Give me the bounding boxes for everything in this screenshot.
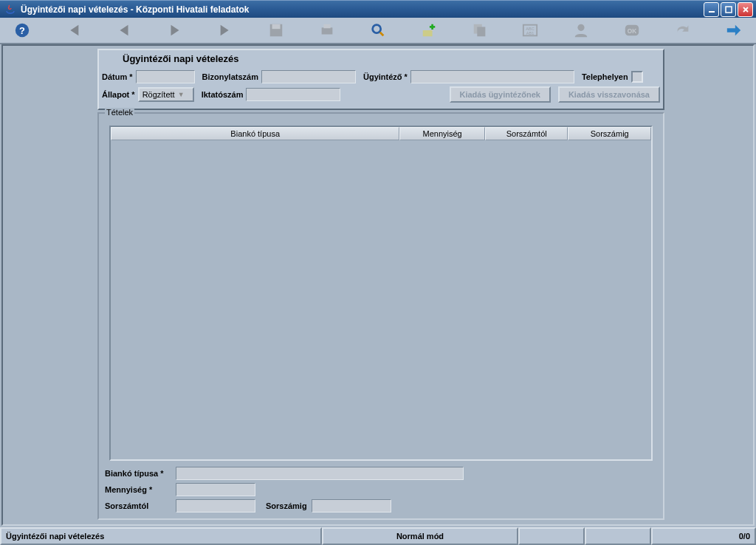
lf-type-label: Biankó típusa * bbox=[105, 469, 171, 478]
java-icon bbox=[4, 4, 16, 16]
last-record-icon[interactable] bbox=[216, 20, 235, 41]
main-toolbar: ? ABCAB1 OK bbox=[0, 18, 756, 44]
onsite-checkbox[interactable] bbox=[631, 71, 643, 83]
window-title: Ügyintézői napi vételezés - Központi Hiv… bbox=[19, 4, 704, 15]
svg-rect-0 bbox=[709, 11, 715, 13]
next-record-icon[interactable] bbox=[165, 20, 184, 41]
items-legend: Tételek bbox=[105, 108, 134, 117]
status-label: Állapot * bbox=[102, 90, 135, 99]
window-controls bbox=[704, 2, 755, 17]
window-titlebar: Ügyintézői napi vételezés - Központi Hiv… bbox=[0, 0, 756, 18]
lf-to-label: Sorszámig bbox=[266, 501, 307, 510]
docnum-label: Bizonylatszám bbox=[202, 72, 258, 81]
svg-text:OK: OK bbox=[628, 28, 636, 35]
agent-label: Ügyintéző * bbox=[363, 72, 408, 81]
status-mode: Normál mód bbox=[322, 527, 518, 545]
lf-type-field[interactable] bbox=[176, 467, 464, 480]
status-empty2 bbox=[585, 527, 651, 545]
svg-rect-9 bbox=[423, 30, 433, 36]
status-count: 0/0 bbox=[651, 527, 756, 545]
prev-record-icon[interactable] bbox=[115, 20, 134, 41]
col-qty[interactable]: Mennyiség bbox=[399, 127, 485, 140]
help-icon[interactable]: ? bbox=[13, 20, 32, 41]
lf-qty-field[interactable] bbox=[176, 483, 255, 496]
agent-field[interactable] bbox=[410, 70, 574, 83]
close-button[interactable] bbox=[738, 2, 753, 17]
forward-icon[interactable] bbox=[724, 20, 743, 41]
abc-icon[interactable]: ABCAB1 bbox=[521, 20, 540, 41]
statusbar: Ügyintézői napi vételezés Normál mód 0/0 bbox=[0, 527, 756, 545]
assign-button[interactable]: Kiadás ügyintézőnek bbox=[450, 86, 551, 103]
items-table: Biankó típusa Mennyiség Sorszámtól Sorsz… bbox=[109, 126, 653, 461]
date-field[interactable] bbox=[136, 70, 195, 83]
regnum-label: Iktatószám bbox=[202, 90, 244, 99]
status-value: Rögzített bbox=[142, 90, 175, 99]
undo-icon[interactable] bbox=[673, 20, 692, 41]
onsite-label: Telephelyen bbox=[582, 72, 628, 81]
maximize-button[interactable] bbox=[721, 2, 736, 17]
lf-from-field[interactable] bbox=[176, 499, 255, 513]
col-from[interactable]: Sorszámtól bbox=[485, 127, 568, 140]
user-icon[interactable] bbox=[572, 20, 591, 41]
col-to[interactable]: Sorszámig bbox=[568, 127, 651, 140]
minimize-button[interactable] bbox=[704, 2, 719, 17]
status-dropdown[interactable]: Rögzített ▼ bbox=[138, 87, 194, 102]
svg-rect-1 bbox=[726, 7, 732, 13]
content-area: Ügyintézői napi vételezés Dátum * Bizony… bbox=[1, 44, 755, 526]
svg-point-15 bbox=[578, 24, 585, 31]
revoke-button[interactable]: Kiadás visszavonása bbox=[558, 86, 660, 103]
add-icon[interactable] bbox=[419, 20, 438, 41]
col-type[interactable]: Biankó típusa bbox=[111, 127, 399, 140]
first-record-icon[interactable] bbox=[64, 20, 83, 41]
docnum-field[interactable] bbox=[261, 70, 356, 83]
lf-qty-label: Mennyiség * bbox=[105, 485, 171, 494]
status-empty1 bbox=[518, 527, 585, 545]
chevron-down-icon: ▼ bbox=[178, 91, 185, 98]
lf-from-label: Sorszámtól bbox=[105, 501, 171, 510]
svg-text:ABC: ABC bbox=[526, 27, 535, 31]
search-icon[interactable] bbox=[369, 20, 388, 41]
svg-rect-7 bbox=[324, 24, 331, 29]
form-panel: Ügyintézői napi vételezés Dátum * Bizony… bbox=[97, 49, 664, 110]
svg-point-8 bbox=[373, 25, 381, 33]
form-group-title: Ügyintézői napi vételezés bbox=[102, 52, 660, 69]
ok-icon[interactable]: OK bbox=[623, 20, 642, 41]
svg-rect-6 bbox=[322, 27, 333, 34]
print-icon[interactable] bbox=[318, 20, 337, 41]
save-icon[interactable] bbox=[267, 20, 286, 41]
status-left: Ügyintézői napi vételezés bbox=[0, 527, 322, 545]
table-body[interactable] bbox=[111, 140, 651, 459]
date-label: Dátum * bbox=[102, 72, 133, 81]
svg-text:AB1: AB1 bbox=[526, 31, 534, 35]
items-panel: Tételek Biankó típusa Mennyiség Sorszámt… bbox=[97, 112, 664, 520]
lf-to-field[interactable] bbox=[312, 499, 391, 513]
copy-icon[interactable] bbox=[470, 20, 489, 41]
lower-fields: Biankó típusa * Mennyiség * Sorszámtól S… bbox=[105, 465, 657, 514]
svg-rect-5 bbox=[272, 24, 281, 29]
table-header: Biankó típusa Mennyiség Sorszámtól Sorsz… bbox=[111, 127, 651, 140]
svg-text:?: ? bbox=[19, 25, 25, 36]
regnum-field[interactable] bbox=[246, 88, 340, 101]
svg-rect-11 bbox=[477, 27, 485, 36]
